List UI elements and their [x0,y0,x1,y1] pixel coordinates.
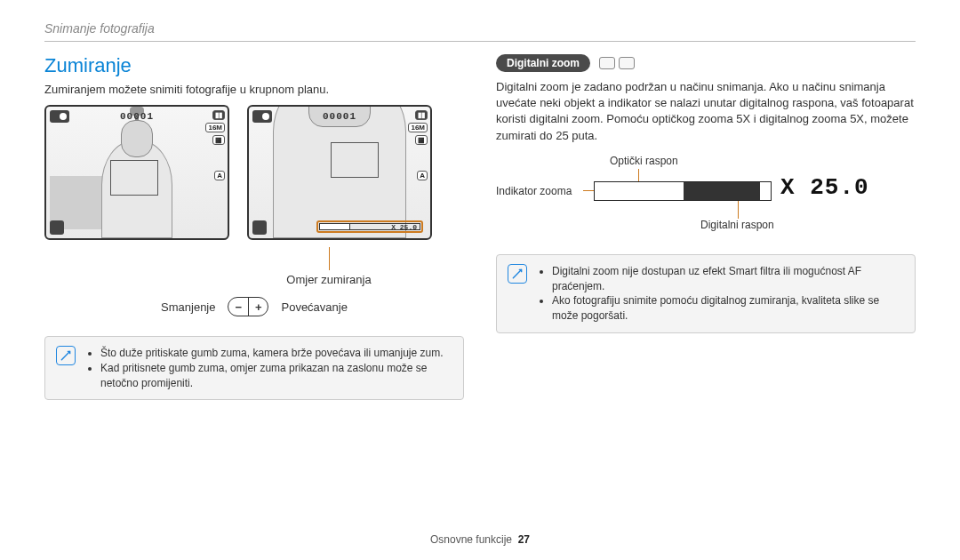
digital-range-label: Digitalni raspon [700,219,774,231]
footer-page-number: 27 [518,533,530,546]
camera-mode-icon [50,110,69,123]
increase-label: Povećavanje [281,300,347,314]
resolution-badge: 16M [408,123,428,132]
shot-counter: 00001 [323,111,356,122]
grid-icon: ▦ [212,135,225,145]
flash-badge: A [214,171,225,180]
note-icon [56,346,76,365]
camera-mode-icon [252,110,272,123]
shot-counter: 00001 [120,111,154,122]
stabilizer-icon [50,220,64,235]
footer-section: Osnovne funkcije [430,533,512,546]
decrease-label: Smanjenje [161,300,215,314]
focus-rect [331,142,379,178]
page-footer: Osnovne funkcije 27 [0,533,960,546]
section-header: Snimanje fotografija [44,21,916,36]
left-column: Zumiranje Zumiranjem možete snimiti foto… [44,54,464,400]
zoom-ratio-annotation: Omjer zumiranja [240,247,418,286]
resolution-badge: 16M [205,123,225,132]
grid-icon: ▦ [415,135,428,145]
zoom-readout: X 25.0 [391,223,417,231]
note-icon [508,264,527,284]
zoom-indicator-label: Indikator zooma [496,185,572,197]
page-title: Zumiranje [44,54,464,77]
zoom-max-readout: X 25.0 [780,174,869,201]
feature-chip: Digitalni zoom [496,54,590,72]
optical-range-label: Optički raspon [610,155,678,167]
camera-screen-zoomed: 00001 ▮▮ 16M ▦ A X 25.0 [247,105,432,240]
zoom-range-bar [594,181,772,201]
note-box-right: Digitalni zoom nije dostupan uz efekt Sm… [496,254,916,333]
note-box-left: Što duže pritiskate gumb zuma, kamera br… [44,336,464,400]
mode-icon [619,57,635,69]
divider [44,41,916,42]
zoom-range-diagram: Optički raspon Indikator zooma Digitalni… [496,155,916,235]
note-item: Ako fotografiju snimite pomoću digitalno… [552,293,904,324]
focus-rect [110,160,158,196]
zoom-rocker-icon: −+ [228,297,268,316]
note-item: Što duže pritiskate gumb zuma, kamera br… [100,346,452,361]
intro-text: Zumiranjem možete snimiti fotografije u … [44,83,464,96]
note-item: Kad pritisnete gumb zuma, omjer zuma pri… [100,361,452,391]
flash-badge: A [417,171,428,180]
battery-icon: ▮▮ [212,110,225,120]
battery-icon: ▮▮ [415,110,428,120]
camera-screen-wide: 00001 ▮▮ 16M ▦ A [44,105,229,240]
note-item: Digitalni zoom nije dostupan uz efekt Sm… [552,264,904,294]
body-text: Digitalni zoom je zadano podržan u način… [496,79,916,144]
zoom-control-legend: Smanjenje −+ Povećavanje [44,297,464,316]
zoom-bar: X 25.0 [316,220,423,233]
mode-icon [599,57,615,69]
stabilizer-icon [252,220,267,235]
right-column: Digitalni zoom Digitalni zoom je zadano … [496,54,916,400]
zoom-ratio-label: Omjer zumiranja [286,273,371,286]
